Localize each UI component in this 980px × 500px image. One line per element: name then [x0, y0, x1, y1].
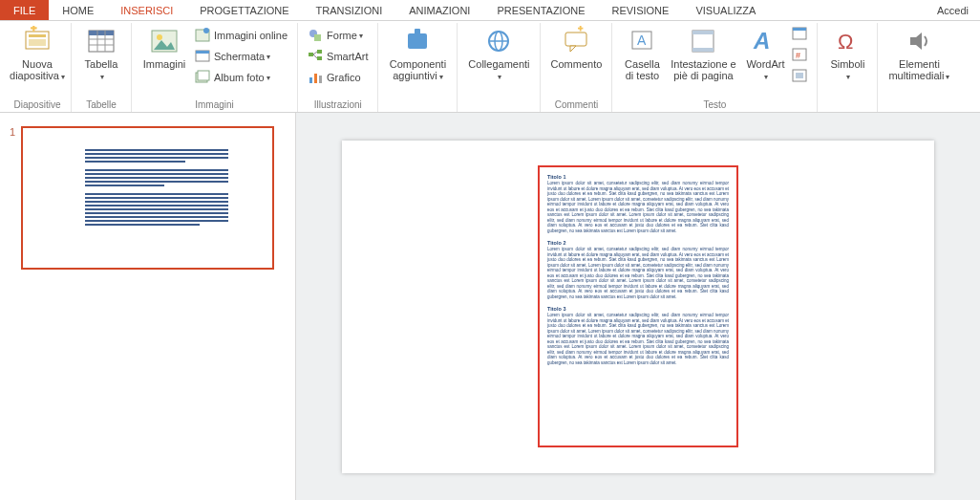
thumbnail-number: 1: [10, 126, 15, 487]
new-slide-label: Nuova diapositiva: [10, 58, 59, 81]
shapes-button[interactable]: Forme▾: [304, 25, 372, 46]
group-addins: Componenti aggiuntivi▾: [377, 23, 457, 112]
header-footer-button[interactable]: Intestazione e piè di pagina: [666, 23, 740, 81]
chart-icon: [308, 70, 323, 85]
svg-rect-34: [565, 33, 586, 46]
svg-line-25: [313, 54, 317, 58]
doc-body-1: Lorem ipsum dolor sit amet, consetetur s…: [547, 181, 729, 233]
dropdown-caret-icon: ▾: [266, 74, 270, 82]
tab-view[interactable]: VISUALIZZA: [682, 0, 769, 20]
svg-rect-44: [793, 28, 806, 31]
tab-file[interactable]: FILE: [0, 0, 49, 20]
media-label: Elementi multimediali: [888, 58, 944, 81]
wordart-button[interactable]: A WordArt▾: [740, 23, 790, 83]
dropdown-caret-icon: ▾: [764, 73, 768, 81]
textbox-label: Casella di testo: [620, 58, 664, 81]
links-button[interactable]: Collegamenti▾: [463, 23, 534, 83]
images-button[interactable]: Immagini: [138, 23, 191, 70]
wordart-label: WordArt: [746, 58, 784, 70]
symbols-button[interactable]: Ω Simboli▾: [823, 23, 871, 83]
group-slides: Nuova diapositiva▾ Diapositive: [4, 23, 71, 112]
svg-rect-5: [89, 31, 114, 35]
dropdown-caret-icon: ▾: [846, 73, 850, 81]
tab-review[interactable]: REVISIONE: [599, 0, 683, 20]
tab-transitions[interactable]: TRANSIZIONI: [303, 0, 396, 20]
comment-button[interactable]: Commento: [546, 23, 606, 70]
svg-rect-41: [692, 48, 714, 52]
svg-marker-36: [578, 26, 583, 31]
header-footer-label: Intestazione e piè di pagina: [668, 58, 738, 81]
online-images-label: Immagini online: [214, 30, 288, 41]
svg-rect-18: [198, 71, 209, 80]
smartart-icon: [308, 49, 323, 64]
svg-rect-23: [317, 56, 322, 60]
chart-button[interactable]: Grafico: [304, 67, 372, 88]
addins-label: Componenti aggiuntivi: [390, 58, 446, 81]
tab-insert[interactable]: INSERISCI: [107, 0, 186, 20]
new-slide-button[interactable]: Nuova diapositiva▾: [10, 23, 65, 83]
album-label: Album foto: [214, 72, 265, 83]
picture-icon: [149, 26, 180, 56]
omega-icon: Ω: [832, 26, 863, 56]
group-media: Elementi multimediali▾: [877, 23, 960, 112]
group-images-label: Immagini: [195, 99, 234, 110]
doc-body-2: Lorem ipsum dolor sit amet, consetetur s…: [547, 247, 729, 299]
album-button[interactable]: Album foto▾: [191, 67, 291, 88]
online-images-button[interactable]: Immagini online: [191, 25, 291, 46]
new-slide-icon: [22, 26, 53, 56]
group-tables-label: Tabelle: [86, 99, 117, 110]
comment-icon: [561, 26, 591, 56]
svg-rect-1: [29, 34, 46, 37]
insert-object-button[interactable]: [790, 65, 811, 86]
speaker-icon: [904, 26, 934, 56]
tab-design[interactable]: PROGETTAZIONE: [186, 0, 302, 20]
tab-animations[interactable]: ANIMAZIONI: [395, 0, 483, 20]
slide-canvas[interactable]: Titolo 1 Lorem ipsum dolor sit amet, con…: [342, 141, 934, 473]
group-symbols: Ω Simboli▾: [817, 23, 877, 112]
doc-title-3: Titolo 3: [547, 306, 729, 312]
group-links: Collegamenti▾: [457, 23, 540, 112]
svg-marker-3: [31, 26, 37, 32]
media-button[interactable]: Elementi multimediali▾: [884, 23, 954, 83]
date-time-button[interactable]: [790, 23, 811, 44]
doc-title-1: Titolo 1: [547, 174, 729, 180]
shapes-icon: [308, 28, 323, 43]
inserted-word-object[interactable]: Titolo 1 Lorem ipsum dolor sit amet, con…: [538, 165, 738, 447]
dropdown-caret-icon: ▾: [266, 53, 270, 61]
screenshot-icon: [195, 49, 210, 64]
screenshot-button[interactable]: Schermata▾: [191, 46, 291, 67]
svg-rect-30: [415, 29, 420, 34]
slide-thumbnail-pane: 1: [0, 113, 296, 500]
links-label: Collegamenti: [468, 58, 529, 70]
sign-in-link[interactable]: Accedi: [926, 0, 980, 20]
slide-number-icon: #: [792, 47, 807, 62]
comment-label: Commento: [551, 58, 603, 70]
svg-text:A: A: [637, 33, 647, 48]
date-time-icon: [792, 26, 807, 41]
slide-edit-area[interactable]: Titolo 1 Lorem ipsum dolor sit amet, con…: [296, 113, 980, 500]
dropdown-caret-icon: ▾: [61, 73, 65, 81]
slide-number-button[interactable]: #: [790, 44, 811, 65]
group-comments: Commento Commenti: [540, 23, 611, 112]
table-icon: [86, 26, 117, 56]
svg-text:Ω: Ω: [838, 30, 853, 54]
dropdown-caret-icon: ▾: [359, 32, 363, 40]
tab-home[interactable]: HOME: [49, 0, 107, 20]
slide-thumbnail-1[interactable]: [21, 126, 274, 270]
svg-rect-29: [408, 33, 427, 49]
group-images: Immagini Immagini online Schermata▾ Albu…: [131, 23, 297, 112]
svg-rect-27: [314, 74, 317, 83]
textbox-button[interactable]: A Casella di testo: [618, 23, 666, 81]
addins-button[interactable]: Componenti aggiuntivi▾: [384, 23, 451, 83]
table-button[interactable]: Tabella▾: [77, 23, 125, 83]
svg-point-11: [157, 34, 162, 40]
insert-object-icon: [792, 68, 807, 83]
workspace: 1 Titolo 1 Lorem ipsum dolor sit amet, c…: [0, 113, 980, 500]
dropdown-caret-icon: ▾: [100, 73, 104, 81]
svg-rect-26: [309, 77, 312, 83]
smartart-button[interactable]: SmartArt: [304, 46, 372, 67]
hyperlink-icon: [483, 26, 514, 56]
group-slides-label: Diapositive: [14, 99, 61, 110]
tab-slideshow[interactable]: PRESENTAZIONE: [483, 0, 598, 20]
doc-title-2: Titolo 2: [547, 240, 729, 246]
